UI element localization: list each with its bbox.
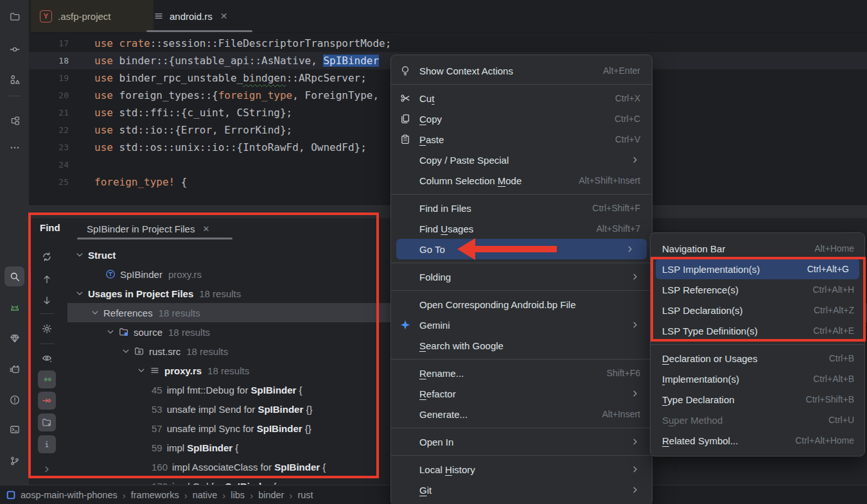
close-icon[interactable]: ✕ — [220, 11, 228, 21]
ide-window: Y.asfp-projectandroid.rs✕ 17use crate::s… — [0, 0, 867, 504]
menu-item-type-declaration[interactable]: Type DeclarationCtrl+Shift+B — [651, 389, 864, 410]
editor-tab-android-rs[interactable]: android.rs✕ — [144, 0, 254, 32]
search-match: SpIBinder — [274, 462, 320, 473]
menu-item-label: Open Corresponding Android.bp File — [419, 299, 576, 310]
stripe-button-commit[interactable] — [4, 39, 24, 59]
stripe-button-more-tools[interactable] — [4, 137, 24, 157]
code-text: use binder::{unstable_api::AsNative, SpI… — [94, 52, 379, 69]
editor-tab-asfp-project[interactable]: Y.asfp-project — [31, 0, 153, 32]
menu-item-label: Copy / Paste Special — [419, 155, 509, 166]
gem-icon — [10, 333, 20, 343]
stripe-button-version-control[interactable] — [4, 451, 24, 471]
menu-item-local-history[interactable]: Local History — [391, 459, 652, 480]
menu-item-label: Column Selection Mode — [419, 175, 521, 186]
menu-item-shortcut: Ctrl+B — [814, 353, 854, 363]
chevron-right-icon — [630, 388, 640, 399]
menu-item-paste[interactable]: PasteCtrl+V — [391, 129, 652, 150]
menu-item-go-to[interactable]: Go To — [396, 239, 647, 259]
tree-node-label: Usages in Project Files — [88, 288, 193, 299]
breadcrumb-item[interactable]: binder — [258, 490, 284, 500]
breadcrumb-item[interactable]: libs — [231, 490, 245, 500]
chevron-right-icon — [630, 437, 640, 447]
menu-item-label: Cut — [419, 93, 434, 104]
menu-separator — [651, 344, 864, 345]
menu-item-search-with-google[interactable]: Search with Google — [391, 335, 652, 356]
stripe-button-project[interactable] — [4, 6, 24, 26]
menu-item-label: Folding — [419, 272, 451, 282]
stripe-button-gem[interactable] — [4, 328, 24, 348]
menu-item-shortcut: Ctrl+Alt+Z — [798, 305, 854, 315]
menu-item-generate[interactable]: Generate...Alt+Insert — [391, 404, 652, 424]
menu-item-declaration-or-usages[interactable]: Declaration or UsagesCtrl+B — [651, 348, 864, 369]
stripe-button-resource-manager[interactable] — [4, 69, 24, 89]
stripe-button-search[interactable] — [4, 266, 24, 286]
menu-separator — [391, 290, 652, 291]
menu-item-implementation-s[interactable]: Implementation(s)Ctrl+Alt+B — [651, 369, 864, 389]
menu-item-git[interactable]: Git — [391, 480, 652, 500]
menu-item-copy[interactable]: CopyCtrl+C — [391, 109, 652, 129]
menu-item-shortcut: Alt+Enter — [588, 65, 640, 76]
menu-item-gemini[interactable]: Gemini — [391, 315, 652, 335]
menu-item-lsp-type-definition-s[interactable]: LSP Type Definition(s)Ctrl+Alt+E — [651, 320, 864, 341]
code-text: use crate::session::FileDescriptorTransp… — [94, 35, 391, 52]
scissors-icon — [400, 93, 410, 103]
breadcrumb-item[interactable]: native — [193, 490, 218, 500]
active-tab-underline — [77, 238, 232, 239]
search-match: SpIBinder — [187, 442, 232, 453]
menu-item-folding[interactable]: Folding — [391, 266, 652, 287]
menu-item-related-symbol[interactable]: Related Symbol...Ctrl+Alt+Home — [651, 430, 864, 451]
menu-item-lsp-declaration-s[interactable]: LSP Declaration(s)Ctrl+Alt+Z — [651, 300, 864, 320]
file-lines-icon — [153, 11, 164, 21]
menu-item-rename[interactable]: Rename...Shift+F6 — [391, 363, 652, 383]
menu-item-shortcut: Ctrl+U — [813, 415, 854, 425]
breadcrumb-item[interactable]: frameworks — [131, 490, 179, 500]
menu-item-label: Find in Files — [419, 203, 471, 214]
close-icon[interactable]: ✕ — [202, 224, 209, 234]
problems-icon — [10, 395, 20, 405]
menu-item-column-selection-mode[interactable]: Column Selection ModeAlt+Shift+Insert — [391, 170, 652, 191]
menu-item-super-method[interactable]: Super MethodCtrl+U — [651, 410, 864, 430]
lightbulb-icon — [400, 65, 410, 76]
tree-node-label: Struct — [88, 250, 116, 261]
android-icon — [10, 302, 20, 313]
menu-item-shortcut: Shift+F6 — [591, 368, 640, 378]
breadcrumb-item[interactable]: rust — [297, 490, 313, 500]
result-count: 18 results — [199, 288, 241, 299]
menu-item-label: Local History — [419, 464, 475, 475]
breadcrumb-separator-icon: › — [222, 490, 225, 501]
find-results-tab[interactable]: SpIBinder in Project Files ✕ — [77, 218, 242, 239]
menu-item-show-context-actions[interactable]: Show Context ActionsAlt+Enter — [391, 60, 652, 81]
folder-icon — [10, 12, 20, 22]
structure-icon — [10, 116, 20, 126]
menu-item-lsp-implementation-s[interactable]: LSP Implementation(s)Ctrl+Alt+G — [656, 259, 859, 279]
menu-item-find-in-files[interactable]: Find in FilesCtrl+Shift+F — [391, 198, 652, 218]
menu-item-shortcut: Ctrl+Alt+E — [798, 326, 854, 336]
menu-item-cut[interactable]: CutCtrl+X — [391, 88, 652, 109]
stripe-button-android[interactable] — [4, 297, 24, 317]
stripe-button-logcat[interactable] — [4, 359, 24, 379]
menu-item-find-usages[interactable]: Find UsagesAlt+Shift+7 — [391, 218, 652, 239]
menu-item-open-corresponding-android-bp-file[interactable]: Open Corresponding Android.bp File — [391, 294, 652, 315]
menu-item-navigation-bar[interactable]: Navigation BarAlt+Home — [651, 238, 864, 259]
menu-item-copy-paste-special[interactable]: Copy / Paste Special — [391, 150, 652, 170]
terminal-icon — [10, 424, 20, 435]
go-to-submenu: Navigation BarAlt+HomeLSP Implementation… — [650, 232, 865, 456]
stripe-button-structure[interactable] — [4, 110, 24, 130]
chevron-down-icon — [136, 365, 146, 376]
menu-item-lsp-reference-s[interactable]: LSP Reference(s)Ctrl+Alt+H — [651, 279, 864, 300]
menu-separator — [391, 194, 652, 195]
menu-item-shortcut: Alt+Insert — [586, 409, 640, 419]
menu-item-open-in[interactable]: Open In — [391, 431, 652, 452]
active-tab-underline — [146, 30, 252, 32]
stripe-button-problems[interactable] — [4, 390, 24, 410]
search-icon — [10, 272, 20, 282]
chevron-down-icon — [74, 288, 85, 299]
tree-node-label: proxy.rs — [164, 365, 202, 376]
breadcrumb-item[interactable]: aosp-main-with-phones — [21, 490, 118, 500]
menu-item-label: Gemini — [419, 320, 450, 331]
tree-node-label: References — [103, 308, 153, 318]
find-panel-title: Find — [40, 220, 60, 236]
line-number: 24 — [29, 156, 69, 173]
stripe-button-terminal[interactable] — [4, 419, 24, 439]
menu-item-refactor[interactable]: Refactor — [391, 383, 652, 404]
